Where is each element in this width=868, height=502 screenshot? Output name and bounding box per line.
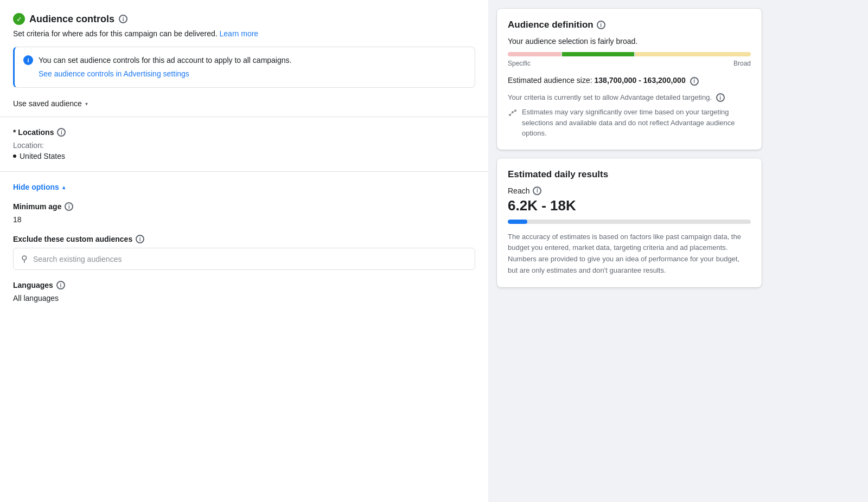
meter-label-broad: Broad (733, 60, 751, 67)
locations-label: * Locations i (13, 128, 475, 137)
languages-label: Languages i (13, 281, 475, 289)
scatter-icon (508, 108, 518, 118)
chevron-up-icon: ▴ (62, 184, 65, 190)
hide-options-button[interactable]: Hide options ▴ (13, 183, 65, 191)
accuracy-text: The accuracy of estimates is based on fa… (508, 231, 751, 276)
meter-segment-specific (508, 52, 561, 56)
reach-row: Reach i (508, 186, 751, 195)
minimum-age-info-icon[interactable]: i (65, 202, 73, 211)
estimated-size-info-icon[interactable]: i (690, 77, 699, 86)
audience-definition-card: Audience definition i Your audience sele… (497, 9, 762, 150)
page-title: Audience controls (29, 14, 114, 25)
ad-settings-link[interactable]: See audience controls in Advertising set… (39, 68, 291, 80)
exclude-audiences-info-icon[interactable]: i (136, 235, 144, 243)
subtitle: Set criteria for where ads for this camp… (13, 29, 475, 38)
search-icon: ⚲ (21, 254, 28, 264)
audience-meter-bar (508, 52, 751, 56)
audience-definition-title: Audience definition i (508, 20, 751, 30)
meter-segment-broad (635, 52, 751, 56)
divider-1 (0, 117, 488, 117)
audience-controls-info-icon[interactable]: i (119, 15, 127, 23)
exclude-audiences-label: Exclude these custom audiences i (13, 235, 475, 243)
audience-definition-info-icon[interactable]: i (597, 21, 605, 29)
reach-value: 6.2K - 18K (508, 197, 751, 214)
languages-value: All languages (13, 294, 475, 303)
reach-bar (508, 220, 751, 224)
daily-results-title: Estimated daily results (508, 169, 751, 180)
reach-label: Reach (508, 186, 529, 195)
languages-section: Languages i All languages (13, 281, 475, 303)
search-audiences-box[interactable]: ⚲ Search existing audiences (13, 248, 475, 270)
languages-info-icon[interactable]: i (56, 281, 65, 289)
locations-info-icon[interactable]: i (57, 128, 66, 137)
advantage-targeting-text: Your criteria is currently set to allow … (508, 92, 751, 139)
info-box: i You can set audience controls for this… (13, 47, 475, 88)
locations-section: * Locations i Location: United States (13, 128, 475, 160)
minimum-age-value: 18 (13, 215, 475, 224)
estimated-size-text: Estimated audience size: 138,700,000 - 1… (508, 76, 751, 86)
advantage-info-icon[interactable]: i (716, 93, 725, 102)
meter-label-specific: Specific (508, 60, 531, 67)
audience-breadth-text: Your audience selection is fairly broad. (508, 37, 751, 46)
chevron-down-icon: ▾ (85, 101, 88, 107)
search-placeholder-text: Search existing audiences (33, 255, 122, 263)
reach-bar-fill (508, 220, 527, 224)
info-box-icon: i (23, 55, 33, 65)
divider-2 (0, 171, 488, 172)
meter-labels: Specific Broad (508, 60, 751, 67)
section-header: ✓ Audience controls i (13, 13, 475, 25)
minimum-age-section: Minimum age i 18 (13, 202, 475, 224)
estimated-size-range: 138,700,000 - 163,200,000 (595, 76, 686, 85)
use-saved-audience-button[interactable]: Use saved audience ▾ (13, 99, 88, 108)
main-panel: ✓ Audience controls i Set criteria for w… (0, 0, 488, 502)
exclude-audiences-section: Exclude these custom audiences i ⚲ Searc… (13, 235, 475, 270)
location-sub-label: Location: (13, 141, 475, 150)
learn-more-link[interactable]: Learn more (220, 29, 259, 38)
info-box-content: You can set audience controls for this a… (39, 55, 291, 80)
daily-results-card: Estimated daily results Reach i 6.2K - 1… (497, 158, 762, 287)
location-item-us: United States (13, 152, 475, 160)
meter-segment-mid (562, 52, 634, 56)
locations-value: Location: United States (13, 141, 475, 160)
minimum-age-label: Minimum age i (13, 202, 475, 211)
check-icon: ✓ (13, 13, 25, 25)
bullet-icon (13, 155, 16, 158)
sidebar: Audience definition i Your audience sele… (488, 0, 770, 502)
reach-info-icon[interactable]: i (533, 186, 541, 195)
